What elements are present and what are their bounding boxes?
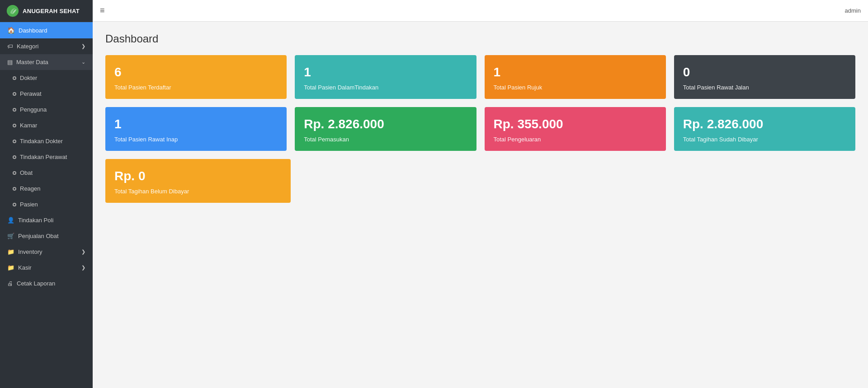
cards-row-2: 1 Total Pasien Rawat Inap Rp. 2.826.000 … [105,107,855,151]
sidebar-label-pasien: Pasien [20,201,38,208]
card-label-total-pasien-rawat-jalan: Total Pasien Rawat Jalan [683,84,846,91]
sidebar-item-dashboard[interactable]: 🏠 Dashboard [0,22,93,38]
card-label-total-pasien-rawat-inap: Total Pasien Rawat Inap [114,136,278,143]
sidebar-label-kasir: Kasir [18,264,32,271]
person-icon: 👤 [7,217,14,224]
sidebar-label-tindakan-dokter: Tindakan Dokter [20,138,63,145]
sidebar-item-kamar[interactable]: Kamar [0,117,93,133]
dot-icon-obat [13,171,16,175]
card-total-pasien-rujuk: 1 Total Pasien Rujuk [485,55,666,99]
card-total-tagihan-sudah-dibayar: Rp. 2.826.000 Total Tagihan Sudah Dibaya… [674,107,855,151]
sidebar-item-tindakan-perawat[interactable]: Tindakan Perawat [0,149,93,165]
sidebar-label-kamar: Kamar [20,122,37,129]
card-total-pemasukan: Rp. 2.826.000 Total Pemasukan [295,107,476,151]
sidebar-label-tindakan-perawat: Tindakan Perawat [20,154,67,160]
sidebar-logo: ANUGERAH SEHAT [0,0,93,22]
cart-icon: 🛒 [7,233,14,239]
user-label: admin [845,7,861,14]
card-value-total-tagihan-belum-dibayar: Rp. 0 [114,169,282,183]
sidebar-label-pengguna: Pengguna [20,106,47,113]
dot-icon-perawat [13,92,16,96]
card-label-total-pemasukan: Total Pemasukan [304,136,467,143]
folder-icon-inventory: 📁 [7,248,14,255]
sidebar-label-obat: Obat [20,169,33,176]
tag-icon: 🏷 [7,43,13,50]
sidebar-label-reagen: Reagen [20,185,41,192]
folder-icon-kasir: 📁 [7,264,14,271]
app-name: ANUGERAH SEHAT [23,8,80,14]
sidebar-item-inventory[interactable]: 📁 Inventory ❯ [0,244,93,260]
sidebar-item-tindakan-dokter[interactable]: Tindakan Dokter [0,133,93,149]
card-total-pasien-terdaftar: 6 Total Pasien Terdaftar [105,55,287,99]
card-total-pasien-rawat-inap: 1 Total Pasien Rawat Inap [105,107,287,151]
sidebar-item-pengguna[interactable]: Pengguna [0,102,93,117]
dot-icon-reagen [13,187,16,191]
card-value-total-pengeluaran: Rp. 355.000 [494,117,657,131]
sidebar-item-cetak-laporan[interactable]: 🖨 Cetak Laporan [0,276,93,291]
topbar: ≡ admin [93,0,868,22]
card-value-total-pasien-rawat-jalan: 0 [683,65,846,79]
card-value-total-pasien-terdaftar: 6 [114,65,278,79]
card-label-total-pengeluaran: Total Pengeluaran [494,136,657,143]
dot-icon-dokter [13,76,16,80]
sidebar-label-kategori: Kategori [17,43,38,50]
card-label-total-pasien-dalam-tindakan: Total Pasien DalamTindakan [304,84,467,91]
sidebar-item-penjualan-obat[interactable]: 🛒 Penjualan Obat [0,228,93,244]
dot-icon-kamar [13,124,16,127]
card-value-total-pemasukan: Rp. 2.826.000 [304,117,467,131]
dot-icon-pengguna [13,108,16,112]
dot-icon-tindakan-dokter [13,140,16,143]
card-label-total-tagihan-sudah-dibayar: Total Tagihan Sudah Dibayar [683,136,846,143]
sidebar-label-penjualan-obat: Penjualan Obat [18,233,59,239]
card-value-total-pasien-rujuk: 1 [494,65,657,79]
chevron-right-icon: ❯ [81,43,85,49]
sidebar-item-pasien[interactable]: Pasien [0,196,93,212]
card-label-total-pasien-terdaftar: Total Pasien Terdaftar [114,84,278,91]
sidebar-label-dashboard: Dashboard [19,27,47,34]
sidebar-item-kasir[interactable]: 📁 Kasir ❯ [0,260,93,276]
sidebar-label-inventory: Inventory [18,248,42,255]
hamburger-button[interactable]: ≡ [100,6,105,15]
home-icon: 🏠 [7,27,15,34]
sidebar-label-tindakan-poli: Tindakan Poli [18,217,53,224]
card-value-total-pasien-rawat-inap: 1 [114,117,278,131]
card-value-total-pasien-dalam-tindakan: 1 [304,65,467,79]
sidebar-item-obat[interactable]: Obat [0,165,93,181]
main-content: ≡ admin Dashboard 6 Total Pasien Terdaft… [93,0,868,388]
cards-row-1: 6 Total Pasien Terdaftar 1 Total Pasien … [105,55,855,99]
card-total-tagihan-belum-dibayar: Rp. 0 Total Tagihan Belum Dibayar [105,159,291,203]
card-value-total-tagihan-sudah-dibayar: Rp. 2.826.000 [683,117,846,131]
card-label-total-tagihan-belum-dibayar: Total Tagihan Belum Dibayar [114,188,282,195]
table-icon: ▤ [7,59,13,65]
sidebar-item-tindakan-poli[interactable]: 👤 Tindakan Poli [0,212,93,228]
sidebar-item-master-data[interactable]: ▤ Master Data ⌄ [0,54,93,70]
print-icon: 🖨 [7,280,13,287]
dot-icon-pasien [13,203,16,206]
sidebar-label-master-data: Master Data [16,59,48,65]
sidebar-item-perawat[interactable]: Perawat [0,86,93,102]
sidebar-label-cetak-laporan: Cetak Laporan [17,280,55,287]
sidebar-label-dokter: Dokter [20,75,37,81]
card-total-pengeluaran: Rp. 355.000 Total Pengeluaran [485,107,666,151]
sidebar-item-dokter[interactable]: Dokter [0,70,93,86]
chevron-right-icon-kasir: ❯ [81,265,85,271]
cards-row-3: Rp. 0 Total Tagihan Belum Dibayar [105,159,855,203]
sidebar: ANUGERAH SEHAT 🏠 Dashboard 🏷 Kategori ❯ … [0,0,93,388]
card-total-pasien-dalam-tindakan: 1 Total Pasien DalamTindakan [295,55,476,99]
dot-icon-tindakan-perawat [13,155,16,159]
chevron-down-icon: ⌄ [81,59,85,65]
card-label-total-pasien-rujuk: Total Pasien Rujuk [494,84,657,91]
page-content: Dashboard 6 Total Pasien Terdaftar 1 Tot… [93,22,868,388]
chevron-right-icon-inventory: ❯ [81,249,85,255]
app-logo-icon [6,5,19,17]
sidebar-item-kategori[interactable]: 🏷 Kategori ❯ [0,38,93,54]
card-total-pasien-rawat-jalan: 0 Total Pasien Rawat Jalan [674,55,855,99]
sidebar-item-reagen[interactable]: Reagen [0,181,93,196]
page-title: Dashboard [105,33,855,45]
sidebar-label-perawat: Perawat [20,90,42,97]
